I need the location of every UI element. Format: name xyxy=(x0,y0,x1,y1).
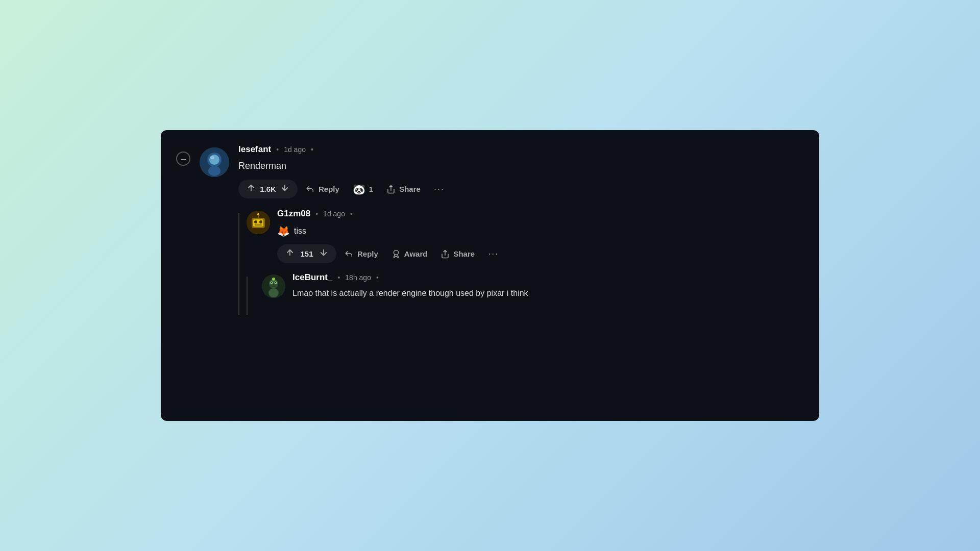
svg-point-8 xyxy=(254,220,257,223)
svg-rect-16 xyxy=(270,283,278,287)
svg-point-20 xyxy=(275,282,276,283)
more-button[interactable]: ··· xyxy=(429,181,450,197)
g1zm08-more-button[interactable]: ··· xyxy=(483,245,504,262)
iceburnt-timestamp: 18h ago xyxy=(345,273,371,282)
vote-count: 1.6K xyxy=(260,185,276,193)
g1zm08-downvote-button[interactable] xyxy=(317,247,330,261)
upvote-icon xyxy=(247,183,256,192)
timestamp: 1d ago xyxy=(284,145,306,154)
downvote-icon xyxy=(319,248,328,257)
g1zm08-vote-group: 151 xyxy=(277,244,336,263)
reply-icon xyxy=(345,249,354,259)
g1zm08-dot2: • xyxy=(350,210,353,218)
reply-iceburnt: IceBurnt_ • 18h ago • Lmao that is actua… xyxy=(255,272,528,314)
replies-col: G1zm08 • 1d ago • 🦊 tiss xyxy=(247,209,804,314)
reply-g1zm08: G1zm08 • 1d ago • 🦊 tiss xyxy=(247,209,804,272)
award-icon xyxy=(391,249,401,259)
g1zm08-reply-button[interactable]: Reply xyxy=(339,246,383,262)
minus-icon: – xyxy=(181,154,186,164)
g1zm08-share-label: Share xyxy=(453,249,475,258)
award-count: 1 xyxy=(369,185,373,193)
upvote-button[interactable] xyxy=(244,182,258,196)
thread-line xyxy=(238,213,239,314)
g1zm08-award-button[interactable]: Award xyxy=(386,246,433,262)
iceburnt-thread: IceBurnt_ • 18h ago • Lmao that is actua… xyxy=(247,272,804,314)
svg-point-22 xyxy=(272,278,275,281)
svg-rect-10 xyxy=(255,224,262,226)
reddit-comment-card: – lesefant • 1d ago • xyxy=(161,130,819,421)
reply-icon xyxy=(306,185,315,194)
top-comment: – lesefant • 1d ago • xyxy=(176,144,804,315)
svg-point-9 xyxy=(259,220,262,223)
svg-point-3 xyxy=(208,166,220,176)
g1zm08-text: 🦊 tiss xyxy=(277,224,804,238)
snoo-icon: 🐼 xyxy=(353,183,365,195)
dot2: • xyxy=(311,145,313,154)
top-comment-body: lesefant • 1d ago • Renderman 1.6K xyxy=(238,144,804,315)
avatar-image xyxy=(200,147,229,177)
iceburnt-body: IceBurnt_ • 18h ago • Lmao that is actua… xyxy=(292,272,528,305)
thread-line-col xyxy=(238,209,239,314)
share-button[interactable]: Share xyxy=(381,182,426,197)
iceburnt-dot1: • xyxy=(337,273,340,282)
g1zm08-reply-label: Reply xyxy=(357,249,378,258)
avatar-g1zm08 xyxy=(247,211,270,234)
replies-thread: G1zm08 • 1d ago • 🦊 tiss xyxy=(238,209,804,314)
username: lesefant xyxy=(238,144,271,155)
reply-emoji: 🦊 xyxy=(277,224,290,238)
comment-text: Renderman xyxy=(238,160,804,172)
downvote-button[interactable] xyxy=(278,182,291,196)
iceburnt-meta: IceBurnt_ • 18h ago • xyxy=(292,272,528,283)
g1zm08-username: G1zm08 xyxy=(277,209,310,219)
svg-point-12 xyxy=(257,213,259,215)
upvote-icon xyxy=(285,248,295,257)
share-label: Share xyxy=(399,185,421,193)
g1zm08-share-button[interactable]: Share xyxy=(435,246,480,262)
reply-label: Reply xyxy=(318,185,339,193)
comment-meta: lesefant • 1d ago • xyxy=(238,144,804,155)
avatar-iceburnt xyxy=(262,274,285,298)
iceburnt-text: Lmao that is actually a render engine th… xyxy=(292,288,528,299)
more-dots: ··· xyxy=(488,248,499,259)
share-icon xyxy=(386,185,396,194)
g1zm08-timestamp: 1d ago xyxy=(323,210,345,218)
downvote-icon xyxy=(280,183,289,192)
reply-text-content: tiss xyxy=(294,226,306,237)
reply-button[interactable]: Reply xyxy=(301,182,345,197)
avatar xyxy=(200,147,229,177)
iceburnt-username: IceBurnt_ xyxy=(292,272,332,283)
share-icon xyxy=(440,249,450,259)
g1zm08-award-label: Award xyxy=(404,249,428,258)
svg-point-19 xyxy=(271,282,272,283)
g1zm08-upvote-button[interactable] xyxy=(283,247,297,261)
g1zm08-action-bar: 151 xyxy=(277,244,804,263)
svg-point-4 xyxy=(210,156,214,159)
iceburnt-thread-line xyxy=(247,277,248,314)
action-bar: 1.6K Reply 🐼 1 xyxy=(238,180,804,198)
collapse-button[interactable]: – xyxy=(176,152,190,166)
g1zm08-vote-count: 151 xyxy=(299,249,315,258)
dot1: • xyxy=(276,145,279,154)
g1zm08-meta: G1zm08 • 1d ago • xyxy=(277,209,804,219)
award-button[interactable]: 🐼 1 xyxy=(348,180,378,198)
iceburnt-thread-line-col xyxy=(247,272,248,314)
vote-group: 1.6K xyxy=(238,180,298,198)
svg-point-13 xyxy=(394,250,398,255)
svg-point-2 xyxy=(209,155,219,165)
svg-point-21 xyxy=(268,288,279,297)
iceburnt-dot2: • xyxy=(376,273,379,282)
reply-g1zm08-body: G1zm08 • 1d ago • 🦊 tiss xyxy=(277,209,804,263)
g1zm08-dot1: • xyxy=(315,210,318,218)
more-dots: ··· xyxy=(434,184,445,194)
